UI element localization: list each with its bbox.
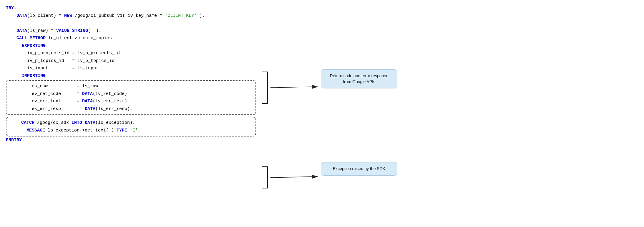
code-line-message: MESSAGE lo_exception->get_text( ) TYPE '… [11,127,251,134]
code-line-importing: IMPORTING [6,72,256,80]
code-line-es-raw: es_raw = ls_raw [11,83,251,90]
annotation-box-return-code: Return code and error response from Goog… [321,69,397,88]
code-line-exporting: EXPORTING [6,42,256,50]
code-line-endtry: ENDTRY. [6,136,256,144]
annotations-section: Return code and error response from Goog… [256,3,638,224]
code-line-ev-ret: ev_ret_code = DATA(lv_ret_code) [11,90,251,98]
code-line-data-raw: DATA(ls_raw) = VALUE STRING( ). [6,27,256,35]
code-section: TRY. DATA(lo_client) = NEW /goog/cl_pubs… [6,3,256,224]
code-preamble: TRY. DATA(lo_client) = NEW /goog/cl_pubs… [6,4,256,80]
code-line-ev-err: ev_err_text = DATA(lv_err_text) [11,98,251,105]
dashed-box-catch: CATCH /goog/cx_sdk INTO DATA(lo_exceptio… [6,117,256,136]
code-line-iv-projects: iv_p_projects_id = lv_p_projects_id [6,50,256,57]
code-line-call: CALL METHOD lo_client->create_topics [6,34,256,42]
code-line-blank1 [6,19,256,27]
code-line-catch: CATCH /goog/cx_sdk INTO DATA(lo_exceptio… [11,119,251,127]
code-line-es-err: es_err_resp = DATA(ls_err_resp). [11,105,251,113]
code-line-try: TRY. [6,4,256,12]
dashed-box-importing: es_raw = ls_raw ev_ret_code = DATA(lv_re… [6,80,256,115]
main-container: TRY. DATA(lo_client) = NEW /goog/cl_pubs… [0,0,644,227]
code-line-is-input: is_input = ls_input [6,65,256,72]
code-line-data-client: DATA(lo_client) = NEW /goog/cl_pubsub_v1… [6,12,256,20]
code-line-iv-topics: iv_p_topics_id = lv_p_topics_id [6,57,256,65]
annotation2-text: Exception raised by the SDK [333,166,385,171]
arrows-svg [256,3,638,224]
annotation1-text: Return code and error response from Goog… [330,73,388,84]
annotation-box-exception: Exception raised by the SDK [321,162,397,176]
